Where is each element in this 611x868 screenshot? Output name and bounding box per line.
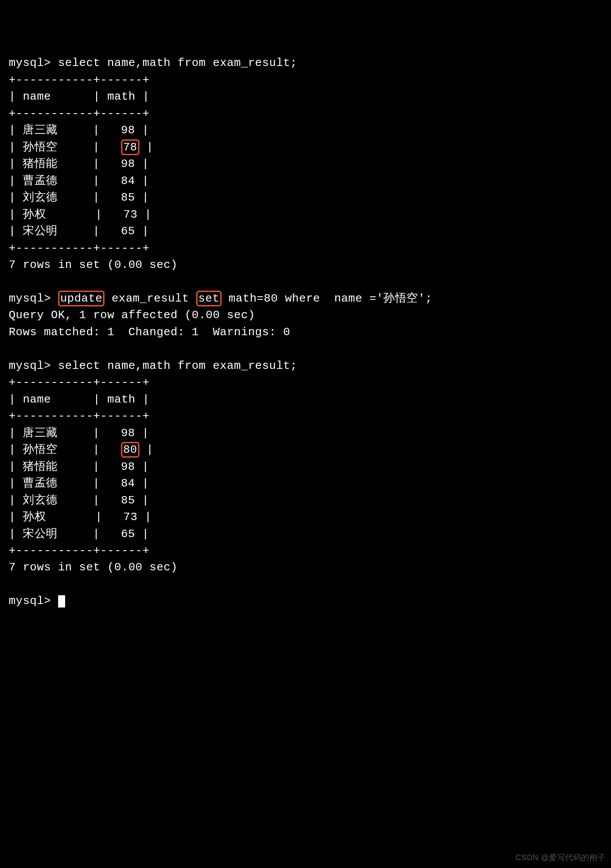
terminal-output: mysql> select name,math from exam_result… <box>9 55 602 609</box>
highlighted-value: 78 <box>121 139 139 155</box>
highlighted-value: 80 <box>121 442 139 458</box>
keyword-set: set <box>196 291 222 306</box>
cursor[interactable] <box>58 595 65 608</box>
keyword-update: update <box>58 291 105 306</box>
